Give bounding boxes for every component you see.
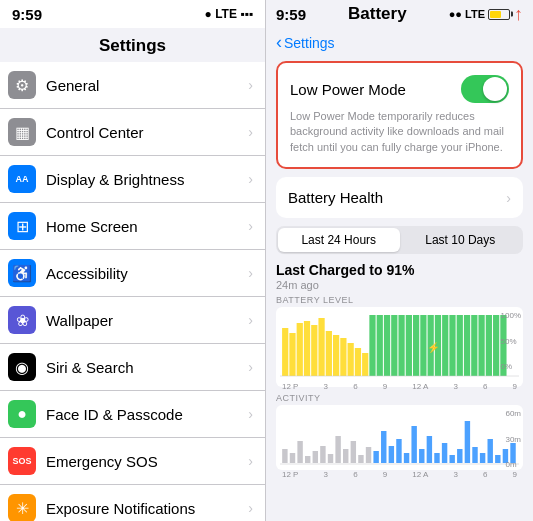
svg-rect-49 bbox=[404, 453, 409, 463]
svg-rect-13 bbox=[377, 315, 383, 376]
settings-item-control-center[interactable]: ▦Control Center› bbox=[0, 109, 265, 156]
right-time: 9:59 bbox=[276, 6, 306, 23]
charge-title: Last Charged to 91% bbox=[276, 262, 523, 278]
svg-rect-26 bbox=[471, 315, 477, 376]
right-panel-title: Battery bbox=[348, 4, 407, 24]
right-status-bar: 9:59 Battery ●● LTE ↑ bbox=[266, 0, 533, 28]
svg-rect-48 bbox=[396, 439, 401, 463]
activity-y-labels: 60m30m0m bbox=[505, 409, 521, 469]
general-label: General bbox=[46, 77, 248, 94]
svg-rect-34 bbox=[290, 453, 295, 463]
svg-rect-47 bbox=[389, 446, 394, 463]
emergency-sos-chevron: › bbox=[248, 453, 253, 469]
svg-rect-25 bbox=[464, 315, 470, 376]
display-label: Display & Brightness bbox=[46, 171, 248, 188]
wallpaper-icon: ❀ bbox=[8, 306, 36, 334]
accessibility-chevron: › bbox=[248, 265, 253, 281]
settings-item-accessibility[interactable]: ♿Accessibility› bbox=[0, 250, 265, 297]
svg-rect-61 bbox=[495, 455, 500, 463]
exposure-icon: ✳ bbox=[8, 494, 36, 521]
settings-item-exposure[interactable]: ✳Exposure Notifications› bbox=[0, 485, 265, 521]
svg-rect-22 bbox=[442, 315, 448, 376]
general-chevron: › bbox=[248, 77, 253, 93]
svg-rect-12 bbox=[369, 315, 375, 376]
svg-rect-60 bbox=[487, 439, 492, 463]
svg-rect-42 bbox=[351, 441, 356, 463]
low-power-label: Low Power Mode bbox=[290, 81, 406, 98]
svg-rect-38 bbox=[320, 446, 325, 463]
general-icon: ⚙ bbox=[8, 71, 36, 99]
siri-label: Siri & Search bbox=[46, 359, 248, 376]
svg-rect-24 bbox=[457, 315, 463, 376]
svg-rect-16 bbox=[398, 315, 404, 376]
control-center-icon: ▦ bbox=[8, 118, 36, 146]
home-screen-icon: ⊞ bbox=[8, 212, 36, 240]
battery-chart-svg: ⚡ bbox=[280, 313, 519, 378]
left-time: 9:59 bbox=[12, 6, 42, 23]
face-id-chevron: › bbox=[248, 406, 253, 422]
wallpaper-label: Wallpaper bbox=[46, 312, 248, 329]
settings-item-general[interactable]: ⚙General› bbox=[0, 62, 265, 109]
activity-chart: 60m30m0m bbox=[276, 405, 523, 470]
activity-x-labels: 12 P36912 A369 bbox=[280, 470, 519, 479]
settings-item-display[interactable]: AADisplay & Brightness› bbox=[0, 156, 265, 203]
svg-rect-56 bbox=[457, 449, 462, 463]
battery-arrow-icon: ↑ bbox=[514, 4, 523, 25]
wallpaper-chevron: › bbox=[248, 312, 253, 328]
battery-chart-section: BATTERY LEVEL 100%50%0% bbox=[276, 295, 523, 387]
settings-title: Settings bbox=[0, 28, 265, 62]
svg-rect-57 bbox=[465, 421, 470, 463]
battery-x-labels: 12 P36912 A369 bbox=[280, 382, 519, 391]
display-icon: AA bbox=[8, 165, 36, 193]
settings-item-home-screen[interactable]: ⊞Home Screen› bbox=[0, 203, 265, 250]
svg-rect-53 bbox=[434, 453, 439, 463]
settings-item-siri[interactable]: ◉Siri & Search› bbox=[0, 344, 265, 391]
svg-rect-10 bbox=[355, 348, 361, 376]
settings-item-emergency-sos[interactable]: SOSEmergency SOS› bbox=[0, 438, 265, 485]
svg-rect-55 bbox=[449, 455, 454, 463]
emergency-sos-label: Emergency SOS bbox=[46, 453, 248, 470]
activity-chart-svg bbox=[280, 411, 519, 466]
low-power-card: Low Power Mode Low Power Mode temporaril… bbox=[276, 61, 523, 169]
time-btn-0[interactable]: Last 24 Hours bbox=[278, 228, 400, 252]
right-content: Low Power Mode Low Power Mode temporaril… bbox=[266, 61, 533, 521]
svg-rect-41 bbox=[343, 449, 348, 463]
time-btn-1[interactable]: Last 10 Days bbox=[400, 228, 522, 252]
svg-rect-37 bbox=[313, 451, 318, 463]
svg-rect-17 bbox=[406, 315, 412, 376]
time-selector[interactable]: Last 24 HoursLast 10 Days bbox=[276, 226, 523, 254]
face-id-icon: ● bbox=[8, 400, 36, 428]
svg-rect-7 bbox=[333, 335, 339, 376]
display-chevron: › bbox=[248, 171, 253, 187]
svg-text:⚡: ⚡ bbox=[427, 341, 440, 354]
back-label[interactable]: Settings bbox=[284, 35, 335, 51]
svg-rect-19 bbox=[420, 315, 426, 376]
battery-health-row[interactable]: Battery Health › bbox=[276, 177, 523, 218]
svg-rect-23 bbox=[449, 315, 455, 376]
svg-rect-15 bbox=[391, 315, 397, 376]
settings-item-wallpaper[interactable]: ❀Wallpaper› bbox=[0, 297, 265, 344]
svg-rect-33 bbox=[282, 449, 287, 463]
battery-icon bbox=[488, 9, 510, 20]
svg-rect-11 bbox=[362, 353, 368, 376]
svg-rect-3 bbox=[304, 321, 310, 376]
svg-rect-43 bbox=[358, 455, 363, 463]
low-power-row[interactable]: Low Power Mode bbox=[290, 75, 509, 103]
svg-rect-9 bbox=[348, 343, 354, 376]
svg-rect-39 bbox=[328, 454, 333, 463]
toggle-knob bbox=[483, 77, 507, 101]
right-nav[interactable]: ‹ Settings bbox=[266, 28, 533, 61]
activity-label: ACTIVITY bbox=[276, 393, 523, 403]
battery-health-chevron: › bbox=[506, 190, 511, 206]
back-arrow-icon: ‹ bbox=[276, 32, 282, 53]
low-power-toggle[interactable] bbox=[461, 75, 509, 103]
svg-rect-29 bbox=[493, 315, 499, 376]
siri-icon: ◉ bbox=[8, 353, 36, 381]
svg-rect-40 bbox=[335, 436, 340, 463]
emergency-sos-icon: SOS bbox=[8, 447, 36, 475]
svg-rect-18 bbox=[413, 315, 419, 376]
svg-rect-35 bbox=[297, 441, 302, 463]
settings-item-face-id[interactable]: ●Face ID & Passcode› bbox=[0, 391, 265, 438]
exposure-label: Exposure Notifications bbox=[46, 500, 248, 517]
siri-chevron: › bbox=[248, 359, 253, 375]
